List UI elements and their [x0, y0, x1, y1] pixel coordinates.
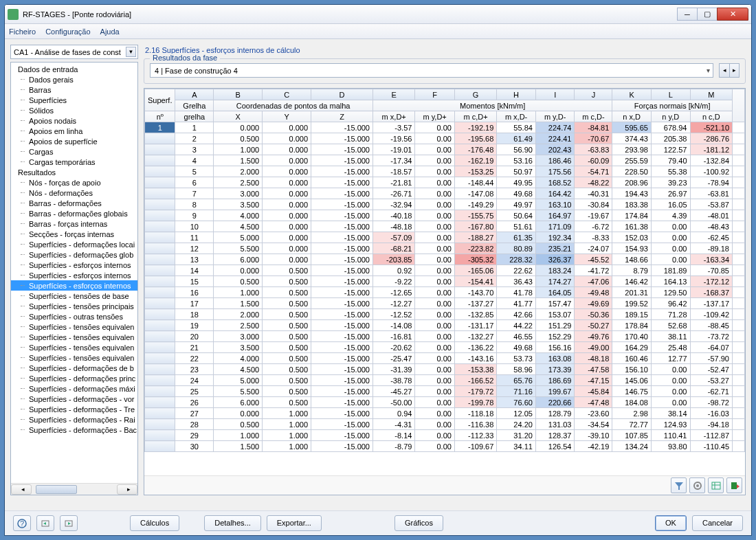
- cell[interactable]: -109.67: [454, 441, 496, 452]
- cell[interactable]: 0.00: [415, 166, 454, 177]
- cell[interactable]: 8: [175, 199, 214, 210]
- cell[interactable]: 49.68: [497, 188, 536, 199]
- cell[interactable]: 186.69: [535, 375, 575, 386]
- cell[interactable]: 9: [175, 210, 214, 221]
- cell[interactable]: -15.000: [311, 144, 373, 155]
- tree-item[interactable]: Superfícies - tensões de base: [11, 291, 137, 301]
- cell[interactable]: -19.67: [575, 210, 612, 221]
- cell[interactable]: -26.71: [373, 188, 414, 199]
- cell[interactable]: -109.42: [690, 309, 733, 320]
- cell[interactable]: 0.00: [415, 397, 454, 408]
- cell[interactable]: 4.39: [651, 210, 690, 221]
- tree-item[interactable]: Sólidos: [11, 105, 137, 115]
- cell[interactable]: 0.00: [651, 364, 690, 375]
- cell[interactable]: 199.52: [612, 298, 652, 309]
- cell[interactable]: 157.47: [535, 298, 575, 309]
- cell[interactable]: 6.000: [214, 397, 263, 408]
- tree-item[interactable]: Superfícies - deformações - vor: [11, 394, 137, 404]
- cell[interactable]: 181.89: [651, 265, 690, 276]
- cell[interactable]: 170.40: [612, 331, 652, 342]
- row-header[interactable]: [145, 287, 175, 298]
- row-header[interactable]: [145, 298, 175, 309]
- cell[interactable]: 50.97: [497, 166, 536, 177]
- cell[interactable]: 0.000: [263, 199, 311, 210]
- cell[interactable]: 0.500: [263, 342, 311, 353]
- cell[interactable]: 4.500: [214, 364, 263, 375]
- cell[interactable]: 0.500: [263, 375, 311, 386]
- cell[interactable]: 171.09: [535, 221, 575, 232]
- cell[interactable]: 2: [175, 133, 214, 144]
- cell[interactable]: 235.21: [535, 243, 575, 254]
- cell[interactable]: 4.000: [214, 353, 263, 364]
- cell[interactable]: 163.08: [535, 353, 575, 364]
- help-button[interactable]: ?: [13, 515, 31, 531]
- tree-item[interactable]: Nós - deformações: [11, 188, 137, 198]
- cell[interactable]: 173.39: [535, 364, 575, 375]
- cell[interactable]: 107.85: [612, 430, 652, 441]
- cell[interactable]: -15.000: [311, 430, 373, 441]
- cell[interactable]: -45.27: [373, 386, 414, 397]
- cell[interactable]: 0.500: [263, 298, 311, 309]
- cell[interactable]: 1.500: [214, 441, 263, 452]
- cell[interactable]: 374.43: [612, 133, 652, 144]
- cell[interactable]: 5.000: [214, 375, 263, 386]
- tree-item[interactable]: Cargas temporárias: [11, 157, 137, 167]
- row-header[interactable]: [145, 342, 175, 353]
- cell[interactable]: -8.33: [575, 232, 612, 243]
- cell[interactable]: 6: [175, 177, 214, 188]
- filter-icon[interactable]: [671, 477, 687, 493]
- cell[interactable]: -49.00: [575, 342, 612, 353]
- row-header[interactable]: [145, 188, 175, 199]
- cell[interactable]: 146.42: [612, 276, 652, 287]
- cell[interactable]: -50.27: [575, 320, 612, 331]
- cell[interactable]: -45.84: [575, 386, 612, 397]
- cell[interactable]: -168.37: [690, 287, 733, 298]
- cell[interactable]: 163.10: [535, 199, 575, 210]
- cell[interactable]: 0.00: [415, 430, 454, 441]
- cell[interactable]: 3.500: [214, 342, 263, 353]
- cell[interactable]: 7: [175, 188, 214, 199]
- cell[interactable]: -47.15: [575, 375, 612, 386]
- cell[interactable]: 46.55: [497, 331, 536, 342]
- row-header[interactable]: [145, 320, 175, 331]
- cell[interactable]: 224.74: [535, 122, 575, 133]
- cell[interactable]: -12.27: [373, 298, 414, 309]
- cell[interactable]: 5.500: [214, 386, 263, 397]
- cell[interactable]: 168.52: [535, 177, 575, 188]
- cell[interactable]: 0.500: [214, 133, 263, 144]
- cell[interactable]: 2.500: [214, 320, 263, 331]
- cell[interactable]: 161.38: [612, 221, 652, 232]
- cell[interactable]: -15.000: [311, 441, 373, 452]
- cell[interactable]: 80.89: [497, 243, 536, 254]
- col-letter[interactable]: G: [454, 89, 496, 100]
- cell[interactable]: -47.06: [575, 276, 612, 287]
- cell[interactable]: 39.23: [651, 177, 690, 188]
- tree-item[interactable]: Cargas: [11, 146, 137, 157]
- cell[interactable]: 678.94: [651, 122, 690, 133]
- cell[interactable]: -21.81: [373, 177, 414, 188]
- cell[interactable]: -20.62: [373, 342, 414, 353]
- cell[interactable]: -15.000: [311, 254, 373, 265]
- maximize-button[interactable]: ▢: [697, 8, 718, 21]
- cell[interactable]: -15.000: [311, 320, 373, 331]
- cell[interactable]: 56.90: [497, 144, 536, 155]
- cell[interactable]: -24.07: [575, 243, 612, 254]
- row-header[interactable]: [145, 309, 175, 320]
- cell[interactable]: 148.66: [612, 254, 652, 265]
- cell[interactable]: -118.18: [454, 408, 496, 419]
- cell[interactable]: 50.64: [497, 210, 536, 221]
- cell[interactable]: -143.70: [454, 287, 496, 298]
- phase-next-button[interactable]: ▸: [729, 63, 740, 78]
- cell[interactable]: -62.71: [690, 386, 733, 397]
- row-header[interactable]: [145, 408, 175, 419]
- cell[interactable]: 0.00: [415, 232, 454, 243]
- cell[interactable]: 293.98: [612, 144, 652, 155]
- cell[interactable]: 4: [175, 155, 214, 166]
- cell[interactable]: -15.000: [311, 199, 373, 210]
- cell[interactable]: -148.44: [454, 177, 496, 188]
- tree-item[interactable]: Barras - deformações globais: [11, 208, 137, 218]
- close-button[interactable]: ✕: [717, 8, 748, 21]
- tree-item[interactable]: Superfícies - esforços internos: [11, 260, 137, 270]
- tree-item[interactable]: Apoios em linha: [11, 126, 137, 136]
- cell[interactable]: 12: [175, 243, 214, 254]
